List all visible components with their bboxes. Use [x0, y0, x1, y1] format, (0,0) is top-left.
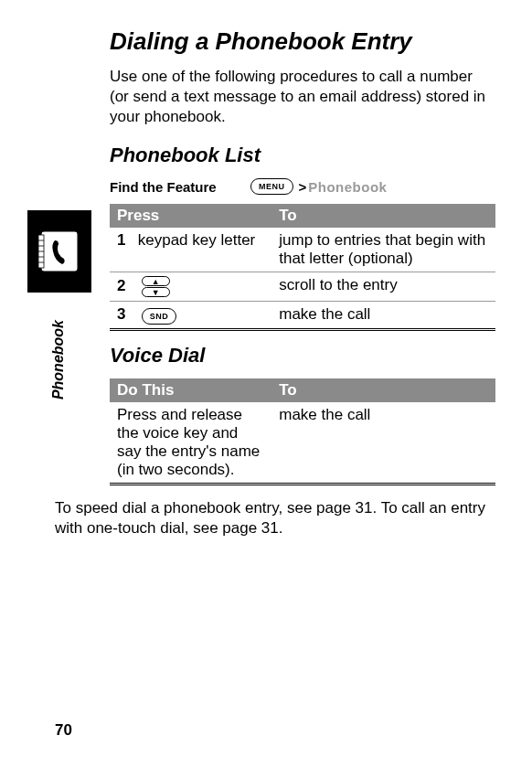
page-title: Dialing a Phonebook Entry — [110, 27, 495, 56]
page-number: 70 — [55, 721, 72, 740]
table-row: 2 ▲ ▼ scroll to the entry — [110, 272, 495, 302]
press-content: keypad key letter — [138, 231, 256, 249]
step-number: 3 — [117, 305, 133, 324]
section-heading-voice: Voice Dial — [110, 344, 495, 368]
find-feature-row: Find the Feature MENU > Phonebook — [110, 178, 495, 195]
col-do: Do This — [110, 378, 271, 402]
col-to: To — [271, 378, 495, 402]
col-to: To — [271, 204, 495, 228]
breadcrumb-separator: > — [299, 179, 307, 195]
section-heading-list: Phonebook List — [110, 144, 495, 167]
footer-text: To speed dial a phonebook entry, see pag… — [55, 498, 486, 538]
sidebar: Phonebook — [27, 210, 101, 399]
intro-text: Use one of the following procedures to c… — [110, 67, 495, 127]
table-row: 1 keypad key letter jump to entries that… — [110, 228, 495, 272]
up-down-keys-icon: ▲ ▼ — [138, 276, 174, 297]
press-to-table: Press To 1 keypad key letter jump to ent… — [110, 204, 495, 331]
table-row: 3 SND make the call — [110, 302, 495, 330]
svg-rect-0 — [41, 231, 78, 272]
col-press: Press — [110, 204, 271, 228]
to-content: jump to entries that begin with that let… — [271, 228, 495, 272]
to-content: make the call — [271, 402, 495, 485]
side-label: Phonebook — [50, 320, 67, 399]
phonebook-icon — [27, 210, 91, 293]
step-number: 1 — [117, 231, 133, 250]
breadcrumb-phonebook: Phonebook — [308, 179, 387, 195]
step-number: 2 — [117, 277, 133, 295]
menu-key-icon: MENU — [250, 178, 293, 195]
snd-key-icon: SND — [142, 308, 177, 325]
to-content: scroll to the entry — [271, 272, 495, 302]
find-label: Find the Feature — [110, 179, 247, 195]
do-content: Press and release the voice key and say … — [110, 402, 271, 485]
table-row: Press and release the voice key and say … — [110, 402, 495, 485]
to-content: make the call — [271, 302, 495, 330]
do-this-table: Do This To Press and release the voice k… — [110, 378, 495, 485]
